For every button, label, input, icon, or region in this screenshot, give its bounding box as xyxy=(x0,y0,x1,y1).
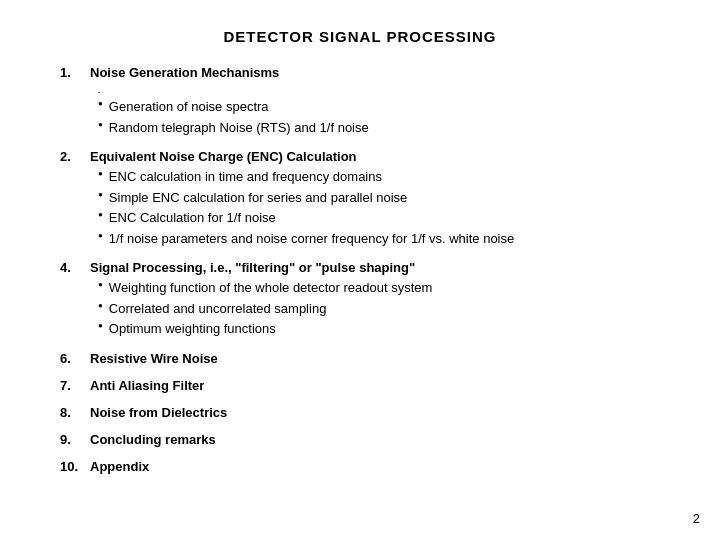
section-num: 6. xyxy=(60,351,82,366)
bullet-item: ●ENC Calculation for 1/f noise xyxy=(98,208,660,228)
section-header: 7.Anti Aliasing Filter xyxy=(60,378,660,393)
bullet-dot-icon: ● xyxy=(98,229,103,249)
bullet-dot-icon: ● xyxy=(98,118,103,138)
section: 4.Signal Processing, i.e., "filtering" o… xyxy=(60,260,660,339)
bullet-dot-icon: ● xyxy=(98,299,103,319)
bullet-text: Random telegraph Noise (RTS) and 1/f noi… xyxy=(109,118,369,138)
page: DETECTOR SIGNAL PROCESSING 1.Noise Gener… xyxy=(0,0,720,540)
section-num: 9. xyxy=(60,432,82,447)
section: 6.Resistive Wire Noise xyxy=(60,351,660,366)
section-header: 1.Noise Generation Mechanisms xyxy=(60,65,660,80)
bullet-dot-icon: ● xyxy=(98,278,103,298)
bullets-list: ●Generation of noise spectra●Random tele… xyxy=(98,97,660,137)
bullet-item: ●ENC calculation in time and frequency d… xyxy=(98,167,660,187)
bullet-text: ENC calculation in time and frequency do… xyxy=(109,167,382,187)
section-label: Concluding remarks xyxy=(90,432,216,447)
bullet-item: ●Correlated and uncorrelated sampling xyxy=(98,299,660,319)
section-header: 6.Resistive Wire Noise xyxy=(60,351,660,366)
section: 1.Noise Generation Mechanisms.●Generatio… xyxy=(60,65,660,137)
bullet-item: ●Weighting function of the whole detecto… xyxy=(98,278,660,298)
bullet-item: ●Random telegraph Noise (RTS) and 1/f no… xyxy=(98,118,660,138)
section-label: Noise Generation Mechanisms xyxy=(90,65,279,80)
bullet-text: Simple ENC calculation for series and pa… xyxy=(109,188,407,208)
bullet-dot-icon: ● xyxy=(98,97,103,117)
page-number: 2 xyxy=(693,511,700,526)
section: 7.Anti Aliasing Filter xyxy=(60,378,660,393)
section-header: 9.Concluding remarks xyxy=(60,432,660,447)
bullet-text: 1/f noise parameters and noise corner fr… xyxy=(109,229,514,249)
bullet-text: Optimum weighting functions xyxy=(109,319,276,339)
bullet-item: ●Optimum weighting functions xyxy=(98,319,660,339)
section-num: 8. xyxy=(60,405,82,420)
section-label: Noise from Dielectrics xyxy=(90,405,227,420)
section: 10.Appendix xyxy=(60,459,660,474)
section-header: 4.Signal Processing, i.e., "filtering" o… xyxy=(60,260,660,275)
page-title: DETECTOR SIGNAL PROCESSING xyxy=(60,28,660,45)
section-num: 7. xyxy=(60,378,82,393)
section-label: Anti Aliasing Filter xyxy=(90,378,204,393)
section-label: Equivalent Noise Charge (ENC) Calculatio… xyxy=(90,149,357,164)
bullet-dot-icon: ● xyxy=(98,319,103,339)
bullet-text: Weighting function of the whole detector… xyxy=(109,278,433,298)
section-label: Signal Processing, i.e., "filtering" or … xyxy=(90,260,415,275)
section-num: 4. xyxy=(60,260,82,275)
sub-note: . xyxy=(98,83,660,95)
bullet-item: ●Simple ENC calculation for series and p… xyxy=(98,188,660,208)
bullets-list: ●Weighting function of the whole detecto… xyxy=(98,278,660,339)
bullet-dot-icon: ● xyxy=(98,208,103,228)
bullet-text: Generation of noise spectra xyxy=(109,97,269,117)
bullet-dot-icon: ● xyxy=(98,188,103,208)
section-header: 10.Appendix xyxy=(60,459,660,474)
section: 2.Equivalent Noise Charge (ENC) Calculat… xyxy=(60,149,660,248)
section-label: Appendix xyxy=(90,459,149,474)
section: 9.Concluding remarks xyxy=(60,432,660,447)
section-header: 8.Noise from Dielectrics xyxy=(60,405,660,420)
bullet-dot-icon: ● xyxy=(98,167,103,187)
section-label: Resistive Wire Noise xyxy=(90,351,218,366)
section-num: 10. xyxy=(60,459,82,474)
section-num: 1. xyxy=(60,65,82,80)
bullet-text: ENC Calculation for 1/f noise xyxy=(109,208,276,228)
bullet-item: ●Generation of noise spectra xyxy=(98,97,660,117)
bullet-text: Correlated and uncorrelated sampling xyxy=(109,299,327,319)
bullets-list: ●ENC calculation in time and frequency d… xyxy=(98,167,660,248)
section-num: 2. xyxy=(60,149,82,164)
bullet-item: ●1/f noise parameters and noise corner f… xyxy=(98,229,660,249)
section: 8.Noise from Dielectrics xyxy=(60,405,660,420)
section-header: 2.Equivalent Noise Charge (ENC) Calculat… xyxy=(60,149,660,164)
